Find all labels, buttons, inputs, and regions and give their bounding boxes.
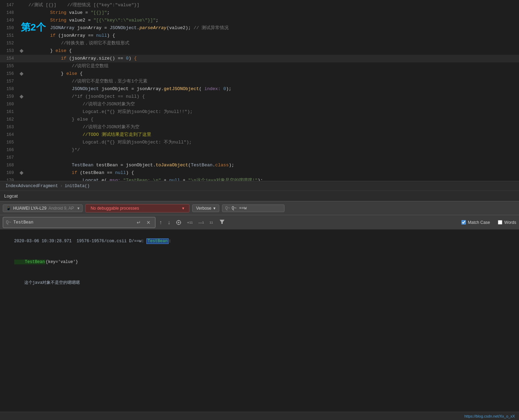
logcat-toolbar: 📱 HUAWEI LYA-L29 Android 9, AP ▾ No debu… [0, 201, 519, 215]
words-label: Words [504, 220, 516, 225]
gutter-153 [18, 50, 25, 52]
target-icon [176, 220, 181, 225]
line-num-160: 160 [0, 102, 18, 107]
log-line-1-prefix: 2020-03-06 10:39:28.971 19576-19576/com.… [14, 239, 147, 244]
line-num-155: 155 [0, 64, 18, 69]
gutter-diamond-153 [19, 49, 23, 53]
chinese-annotation: 第2个 [21, 21, 46, 34]
code-line-164: 164 //TODO 测试结果是它走到了这里 [0, 131, 519, 139]
code-editor: 第2个 147 //测试 [{}] //理想情况 [{"key":"value"… [0, 0, 519, 181]
svg-point-1 [178, 222, 179, 223]
log-line-2-suffix: {key='value'} [45, 260, 78, 264]
code-line-162: 162 } else { [0, 116, 519, 123]
code-content-165: Logcat.d("{} 对应的jsonObject: 不为null"); [25, 139, 519, 146]
log-line-1-highlight: TestBean [146, 238, 169, 244]
code-line-152: 152 //转换失败，说明它不是数组形式 [0, 40, 519, 47]
search-prev-button[interactable]: ↑ [158, 218, 164, 227]
search-input-container[interactable]: Q~ ↵ ✕ [3, 217, 155, 228]
code-line-156: 156 } else { [0, 70, 519, 78]
match-case-option[interactable]: Match Case [461, 220, 490, 225]
remove-filter-button[interactable]: —1 [197, 219, 206, 226]
match-case-label: Match Case [468, 220, 490, 225]
search-clear-icon[interactable]: ✕ [145, 219, 152, 226]
log-line-1-suffix: : [169, 239, 171, 244]
target-icon-button[interactable] [174, 219, 183, 226]
breadcrumb-item1[interactable]: IndexAdvancedFragment [6, 184, 58, 189]
verbose-selector[interactable]: Verbose ▾ [192, 204, 219, 212]
search-top-box[interactable]: Q~ Q~ ==w [222, 204, 284, 212]
code-content-170: Logcat.e( msg: "TestBean: \n" + null + "… [25, 177, 519, 181]
line-num-153: 153 [0, 49, 18, 53]
log-line-3-text: 这个java对象不是空的嗯嗯嗯 [14, 280, 80, 285]
device-selector[interactable]: 📱 HUAWEI LYA-L29 Android 9, AP ▾ [3, 204, 83, 212]
code-content-160: //说明这个JSON对象为空 [25, 100, 519, 108]
code-content-149: String value2 = "[{\"key\":\"value\"}]"; [25, 17, 519, 24]
words-option[interactable]: Words [498, 220, 516, 225]
svg-marker-6 [220, 220, 224, 224]
line-num-163: 163 [0, 125, 18, 130]
code-content-153: } else { [25, 47, 519, 55]
device-android: Android 9, AP [49, 206, 74, 211]
gutter-159 [18, 95, 25, 98]
code-content-162: } else { [25, 116, 519, 123]
status-bar: https://blog.csdn.net/Xx_o_xX [0, 412, 519, 420]
code-line-170: 170 Logcat.e( msg: "TestBean: \n" + null… [0, 177, 519, 181]
no-debug-dropdown-icon: ▾ [182, 206, 184, 211]
status-link[interactable]: https://blog.csdn.net/Xx_o_xX [464, 414, 515, 418]
gutter-diamond-159 [19, 95, 23, 98]
no-debug-selector[interactable]: No debuggable processes ▾ [85, 204, 189, 212]
verbose-label: Verbose [196, 206, 211, 211]
line-num-159: 159 [0, 94, 18, 99]
code-content-161: Logcat.e("{} 对应的jsonObject: 为null!!"); [25, 108, 519, 116]
code-line-165: 165 Logcat.d("{} 对应的jsonObject: 不为null")… [0, 139, 519, 146]
line-num-162: 162 [0, 117, 18, 122]
code-line-150: 150 JSONArray jsonArray = JSONObject.par… [0, 24, 519, 32]
code-lines-container: 147 //测试 [{}] //理想情况 [{"key":"value"}] 1… [0, 1, 519, 181]
search-q-icon: Q~ [6, 220, 11, 225]
search-top-icon: Q~ [225, 206, 230, 211]
regex-filter-button[interactable]: 11 [208, 220, 215, 225]
code-line-155: 155 //说明它是空数组 [0, 62, 519, 70]
line-num-169: 169 [0, 170, 18, 175]
match-case-checkbox[interactable] [461, 220, 466, 225]
line-num-156: 156 [0, 71, 18, 76]
code-content-155: //说明它是空数组 [25, 62, 519, 70]
code-content-159: /*if (jsonObject == null) { [25, 93, 519, 100]
gutter-169 [18, 172, 25, 174]
words-checkbox[interactable] [498, 220, 502, 225]
code-line-147: 147 //测试 [{}] //理想情况 [{"key":"value"}] [0, 1, 519, 9]
line-num-149: 149 [0, 18, 18, 23]
search-input[interactable] [14, 220, 133, 225]
log-line-1: 2020-03-06 10:39:28.971 19576-19576/com.… [4, 231, 515, 252]
device-icon: 📱 [6, 206, 11, 211]
breadcrumb-item2[interactable]: initData() [65, 184, 90, 189]
code-content-168: TestBean testBean = jsonObject.toJavaObj… [25, 161, 519, 169]
search-enter-icon[interactable]: ↵ [135, 219, 143, 226]
search-next-button[interactable]: ↓ [166, 218, 172, 227]
code-line-153: 153 } else { [0, 47, 519, 55]
filter-funnel-button[interactable] [217, 217, 227, 228]
no-debug-label: No debuggable processes [91, 206, 139, 211]
code-content-163: //说明这个JSON对象不为空 [25, 123, 519, 131]
code-content-169: if (testBean == null) { [25, 169, 519, 177]
code-line-149: 149 String value2 = "[{\"key\":\"value\"… [0, 17, 519, 24]
code-content-156: } else { [25, 70, 519, 78]
filter-funnel-icon [219, 219, 225, 225]
code-content-166: }*/ [25, 146, 519, 154]
code-content-157: //说明它不是空数组，至少有1个元素 [25, 78, 519, 85]
line-num-152: 152 [0, 41, 18, 46]
log-line-3: 这个java对象不是空的嗯嗯嗯 [4, 272, 515, 293]
line-num-150: 150 [0, 26, 18, 30]
logcat-output: 2020-03-06 10:39:28.971 19576-19576/com.… [0, 229, 519, 412]
line-num-158: 158 [0, 87, 18, 91]
line-num-170: 170 [0, 178, 18, 181]
code-line-158: 158 JSONObject jsonObject = jsonArray.ge… [0, 85, 519, 93]
code-line-160: 160 //说明这个JSON对象为空 [0, 100, 519, 108]
code-content-164: //TODO 测试结果是它走到了这里 [25, 131, 519, 139]
add-filter-button[interactable]: +11 [185, 219, 195, 226]
code-content-148: String value = "[{}]"; [25, 9, 519, 17]
line-num-165: 165 [0, 140, 18, 145]
gutter-diamond-169 [19, 171, 23, 175]
code-content-151: if (jsonArray == null) { [25, 32, 519, 40]
code-line-167: 167 [0, 154, 519, 161]
